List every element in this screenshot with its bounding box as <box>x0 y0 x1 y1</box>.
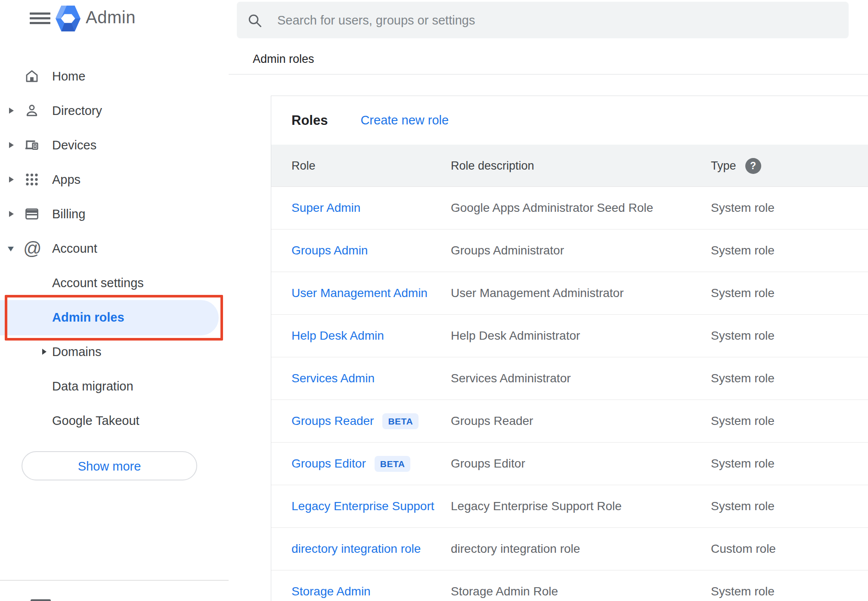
search-bar[interactable] <box>237 2 849 38</box>
role-description: Storage Admin Role <box>451 570 558 601</box>
expand-caret-icon[interactable] <box>9 177 14 183</box>
search-input[interactable] <box>276 2 838 39</box>
role-link[interactable]: directory integration role <box>291 542 421 556</box>
sidebar-item-label: Billing <box>52 197 85 231</box>
admin-logo-icon <box>55 5 81 32</box>
column-header-type-label: Type <box>711 159 736 173</box>
sidebar-item-label: Account <box>52 231 97 266</box>
role-type: System role <box>711 357 775 400</box>
table-header-row: Role Role description Type ? <box>271 145 868 187</box>
table-row: Groups Reader BETA Groups Reader System … <box>271 400 868 443</box>
show-more-button[interactable]: Show more <box>22 451 197 480</box>
expand-caret-icon[interactable] <box>42 349 46 355</box>
role-type: System role <box>711 315 775 357</box>
panel-title: Roles <box>291 113 328 128</box>
role-description: Help Desk Administrator <box>451 315 580 357</box>
role-type: System role <box>711 485 775 527</box>
role-link[interactable]: Super Admin <box>291 201 360 215</box>
table-row: Legacy Enterprise Support Legacy Enterpr… <box>271 485 868 528</box>
role-description: Google Apps Administrator Seed Role <box>451 187 653 229</box>
role-type: System role <box>711 443 775 485</box>
help-icon[interactable]: ? <box>745 158 761 174</box>
create-new-role-link[interactable]: Create new role <box>360 113 449 127</box>
breadcrumb: Admin roles <box>253 53 314 66</box>
roles-panel-header: Roles Create new role <box>271 96 868 145</box>
menu-icon[interactable] <box>30 12 50 25</box>
table-row: Super Admin Google Apps Administrator Se… <box>271 187 868 229</box>
sidebar-item-label: Apps <box>52 162 81 197</box>
role-description: User Management Administrator <box>451 272 624 314</box>
sidebar-item-label: Data migration <box>52 369 133 403</box>
column-header-type: Type ? <box>711 145 761 187</box>
credit-card-icon <box>24 206 40 222</box>
sidebar-item-home[interactable]: Home <box>0 59 229 93</box>
role-description: Groups Administrator <box>451 229 564 272</box>
role-type: System role <box>711 272 775 314</box>
role-type: System role <box>711 229 775 272</box>
role-type: Custom role <box>711 528 776 570</box>
sidebar-item-label: Admin roles <box>52 300 124 335</box>
sidebar-item-account[interactable]: @ Account <box>0 231 229 266</box>
collapse-caret-icon[interactable] <box>8 247 14 251</box>
roles-table-body: Super Admin Google Apps Administrator Se… <box>271 187 868 601</box>
expand-caret-icon[interactable] <box>9 211 14 217</box>
role-type: System role <box>711 187 775 229</box>
role-type: System role <box>711 570 775 601</box>
beta-badge: BETA <box>375 456 411 472</box>
table-row: Storage Admin Storage Admin Role System … <box>271 570 868 601</box>
table-row: User Management Admin User Management Ad… <box>271 272 868 315</box>
sidebar-item-account-settings[interactable]: Account settings <box>0 266 229 300</box>
sidebar-item-billing[interactable]: Billing <box>0 197 229 231</box>
sidebar-item-apps[interactable]: Apps <box>0 162 229 197</box>
sidebar-item-admin-roles[interactable]: Admin roles <box>0 300 229 335</box>
table-row: Services Admin Services Administrator Sy… <box>271 357 868 400</box>
apps-grid-icon <box>24 172 40 187</box>
beta-badge: BETA <box>382 413 418 429</box>
at-sign-icon: @ <box>23 239 42 258</box>
sidebar-item-directory[interactable]: Directory <box>0 93 229 128</box>
role-description: directory integration role <box>451 528 580 570</box>
role-link[interactable]: Services Admin <box>291 372 375 385</box>
role-description: Legacy Enterprise Support Role <box>451 485 622 527</box>
table-row: Groups Admin Groups Administrator System… <box>271 229 868 272</box>
sidebar-item-label: Home <box>52 59 85 93</box>
column-header-description: Role description <box>451 145 534 187</box>
role-description: Services Administrator <box>451 357 571 400</box>
sidebar-item-devices[interactable]: Devices <box>0 128 229 162</box>
sidebar-item-label: Devices <box>52 128 96 162</box>
sidebar-item-label: Google Takeout <box>52 403 140 438</box>
expand-caret-icon[interactable] <box>9 108 14 114</box>
role-link[interactable]: Help Desk Admin <box>291 329 384 343</box>
role-link[interactable]: Legacy Enterprise Support <box>291 499 434 513</box>
roles-panel: Roles Create new role Role Role descript… <box>271 96 868 601</box>
role-link[interactable]: Storage Admin <box>291 585 371 598</box>
header-divider <box>229 74 868 74</box>
sidebar-item-label: Domains <box>52 335 101 369</box>
sidebar-divider <box>0 580 229 581</box>
role-link[interactable]: Groups Admin <box>291 244 368 257</box>
sidebar-item-google-takeout[interactable]: Google Takeout <box>0 403 229 438</box>
column-header-role: Role <box>291 145 316 187</box>
role-description: Groups Editor <box>451 443 525 485</box>
table-row: directory integration role directory int… <box>271 528 868 570</box>
role-link[interactable]: Groups Reader <box>291 414 374 428</box>
role-type: System role <box>711 400 775 442</box>
role-link[interactable]: Groups Editor <box>291 457 366 471</box>
table-row: Help Desk Admin Help Desk Administrator … <box>271 315 868 357</box>
app-title: Admin <box>86 8 136 27</box>
role-link[interactable]: User Management Admin <box>291 286 428 300</box>
role-description: Groups Reader <box>451 400 533 442</box>
person-icon <box>24 103 40 118</box>
sidebar-item-label: Account settings <box>52 266 144 300</box>
sidebar-item-data-migration[interactable]: Data migration <box>0 369 229 403</box>
clipped-icon <box>31 599 51 601</box>
table-row: Groups Editor BETA Groups Editor System … <box>271 443 868 485</box>
devices-icon <box>24 137 40 153</box>
sidebar-item-domains[interactable]: Domains <box>0 335 229 369</box>
home-icon <box>24 68 40 84</box>
search-icon <box>247 13 263 28</box>
sidebar-item-label: Directory <box>52 93 102 128</box>
expand-caret-icon[interactable] <box>9 142 14 148</box>
